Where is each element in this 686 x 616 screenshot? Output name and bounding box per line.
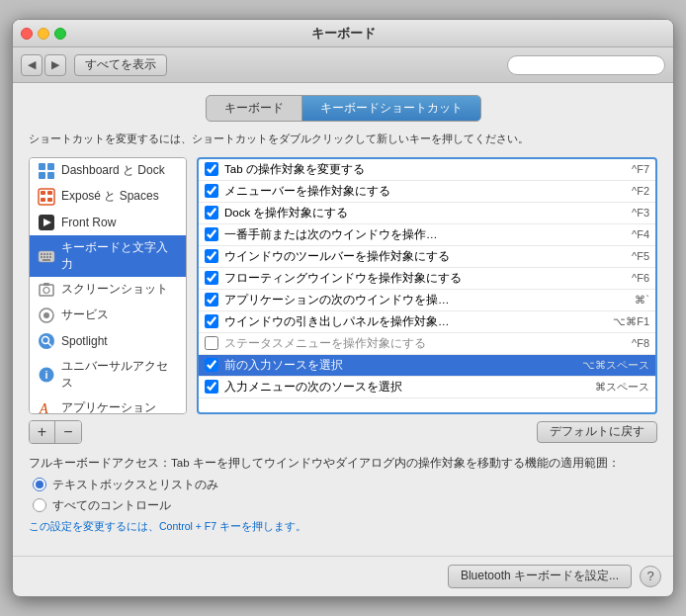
toolbar: ◀ ▶ すべてを表示 🔍 bbox=[13, 47, 673, 83]
shortcut-key: ⌘` bbox=[635, 294, 649, 307]
restore-defaults-button[interactable]: デフォルトに戻す bbox=[537, 421, 657, 443]
shortcut-checkbox[interactable] bbox=[205, 184, 218, 198]
svg-rect-8 bbox=[47, 198, 52, 202]
shortcut-row[interactable]: メニューバーを操作対象にする^F2 bbox=[199, 181, 655, 203]
add-shortcut-button[interactable]: + bbox=[30, 421, 55, 443]
svg-rect-12 bbox=[41, 253, 43, 255]
svg-rect-15 bbox=[49, 253, 51, 255]
app-icon: A bbox=[38, 399, 55, 414]
sidebar-item-service[interactable]: サービス bbox=[30, 303, 186, 328]
shortcut-checkbox[interactable] bbox=[205, 206, 218, 220]
shortcut-row[interactable]: Tab の操作対象を変更する^F7 bbox=[199, 159, 655, 181]
svg-rect-23 bbox=[43, 283, 49, 286]
shortcut-row[interactable]: アプリケーションの次のウインドウを操…⌘` bbox=[199, 290, 655, 311]
shortcut-row[interactable]: Dock を操作対象にする^F3 bbox=[199, 203, 655, 224]
shortcut-label: フローティングウインドウを操作対象にする bbox=[224, 271, 624, 286]
maximize-button[interactable] bbox=[54, 28, 66, 40]
shortcut-row[interactable]: フローティングウインドウを操作対象にする^F6 bbox=[199, 268, 655, 290]
keyboard-icon bbox=[38, 247, 55, 265]
content: キーボード キーボードショートカット ショートカットを変更するには、ショートカッ… bbox=[13, 83, 673, 545]
minimize-button[interactable] bbox=[38, 28, 49, 40]
svg-rect-6 bbox=[47, 191, 52, 195]
shortcut-row[interactable]: ウインドウの引き出しパネルを操作対象…⌥⌘F1 bbox=[199, 311, 655, 333]
fullkeyboard-note: この設定を変更するには、Control + F7 キーを押します。 bbox=[29, 520, 657, 534]
svg-rect-5 bbox=[41, 191, 45, 195]
window-title: キーボード bbox=[311, 25, 376, 43]
screenshot-icon bbox=[38, 281, 55, 299]
sidebar-item-keyboard[interactable]: キーボードと文字入力 bbox=[30, 235, 186, 277]
shortcut-key: ^F3 bbox=[632, 207, 649, 219]
nav-buttons: ◀ ▶ bbox=[21, 54, 66, 76]
radio-item-textonly[interactable]: テキストボックスとリストのみ bbox=[33, 477, 657, 493]
radio-label-textonly: テキストボックスとリストのみ bbox=[52, 477, 218, 493]
shortcut-row[interactable]: 前の入力ソースを選択⌥⌘スペース bbox=[199, 355, 655, 377]
svg-rect-1 bbox=[47, 163, 54, 170]
shortcut-label: Dock を操作対象にする bbox=[224, 206, 624, 220]
sidebar-item-label-expose: Exposé と Spaces bbox=[61, 188, 159, 205]
shortcut-row[interactable]: 入力メニューの次のソースを選択⌘スペース bbox=[199, 377, 655, 398]
sidebar-item-universal[interactable]: iユニバーサルアクセス bbox=[30, 354, 186, 396]
radio-dot-all bbox=[33, 498, 46, 512]
bluetooth-button[interactable]: Bluetooth キーボードを設定... bbox=[448, 565, 632, 588]
svg-rect-2 bbox=[39, 172, 45, 179]
shortcut-key: ⌥⌘スペース bbox=[582, 358, 649, 373]
shortcut-checkbox[interactable] bbox=[205, 380, 218, 394]
universal-icon: i bbox=[38, 366, 55, 384]
close-button[interactable] bbox=[21, 28, 33, 40]
radio-item-all[interactable]: すべてのコントロール bbox=[33, 497, 657, 514]
sidebar-item-label-dashboard: Dashboard と Dock bbox=[61, 162, 165, 179]
remove-shortcut-button[interactable]: − bbox=[55, 421, 81, 443]
sidebar-item-frontrow[interactable]: Front Row bbox=[30, 210, 186, 235]
shortcut-checkbox[interactable] bbox=[205, 293, 218, 307]
sidebar-item-app[interactable]: Aアプリケーション bbox=[30, 396, 186, 414]
back-button[interactable]: ◀ bbox=[21, 54, 43, 76]
svg-rect-7 bbox=[41, 198, 45, 202]
svg-point-26 bbox=[39, 333, 54, 349]
table-controls: + − デフォルトに戻す bbox=[29, 420, 657, 444]
fullkeyboard-label: フルキーボードアクセス：Tab キーを押してウインドウやダイアログ内の操作対象を… bbox=[29, 456, 657, 471]
shortcut-checkbox[interactable] bbox=[205, 227, 218, 241]
shortcut-checkbox[interactable] bbox=[205, 271, 218, 285]
shortcut-key: ^F6 bbox=[632, 272, 649, 284]
radio-label-all: すべてのコントロール bbox=[52, 497, 171, 514]
sidebar-item-label-frontrow: Front Row bbox=[61, 216, 116, 229]
expose-icon bbox=[38, 188, 55, 206]
sidebar-item-spotlight[interactable]: Spotlight bbox=[30, 328, 186, 354]
help-button[interactable]: ? bbox=[640, 566, 661, 587]
sidebar-item-screenshot[interactable]: スクリーンショット bbox=[30, 277, 186, 303]
shortcut-label: 一番手前または次のウインドウを操作… bbox=[224, 227, 624, 242]
svg-rect-16 bbox=[41, 256, 43, 258]
svg-text:A: A bbox=[39, 401, 48, 414]
shortcut-row[interactable]: ウインドウのツールバーを操作対象にする^F5 bbox=[199, 246, 655, 268]
tab-keyboard[interactable]: キーボード bbox=[207, 96, 302, 121]
svg-rect-18 bbox=[46, 256, 48, 258]
shortcut-row[interactable]: ステータスメニューを操作対象にする^F8 bbox=[199, 333, 655, 355]
svg-rect-13 bbox=[43, 253, 45, 255]
radio-group: テキストボックスとリストのみすべてのコントロール bbox=[33, 477, 657, 514]
shortcut-checkbox[interactable] bbox=[205, 336, 218, 350]
shortcut-checkbox[interactable] bbox=[205, 358, 218, 372]
svg-point-22 bbox=[43, 287, 49, 293]
service-icon bbox=[38, 307, 55, 324]
shortcut-key: ⌥⌘F1 bbox=[613, 315, 649, 328]
svg-rect-3 bbox=[47, 172, 54, 179]
search-input[interactable] bbox=[507, 55, 665, 75]
shortcut-row[interactable]: 一番手前または次のウインドウを操作…^F4 bbox=[199, 224, 655, 246]
sidebar-item-label-spotlight: Spotlight bbox=[61, 334, 108, 348]
description: ショートカットを変更するには、ショートカットをダブルクリックして新しいキーを押し… bbox=[29, 132, 657, 146]
shortcut-checkbox[interactable] bbox=[205, 314, 218, 328]
sidebar-item-dashboard[interactable]: Dashboard と Dock bbox=[30, 158, 186, 184]
forward-button[interactable]: ▶ bbox=[44, 54, 66, 76]
svg-rect-20 bbox=[43, 259, 50, 261]
svg-rect-19 bbox=[49, 256, 51, 258]
search-container: 🔍 bbox=[507, 55, 665, 75]
show-all-button[interactable]: すべてを表示 bbox=[74, 54, 167, 76]
svg-rect-14 bbox=[46, 253, 48, 255]
sidebar-item-expose[interactable]: Exposé と Spaces bbox=[30, 184, 186, 210]
add-remove-group: + − bbox=[29, 420, 82, 444]
shortcut-key: ^F5 bbox=[632, 250, 649, 262]
tab-shortcuts[interactable]: キーボードショートカット bbox=[302, 96, 480, 121]
shortcut-checkbox[interactable] bbox=[205, 249, 218, 263]
main-area: Dashboard と DockExposé と SpacesFront Row… bbox=[29, 157, 657, 414]
shortcut-checkbox[interactable] bbox=[205, 162, 218, 176]
